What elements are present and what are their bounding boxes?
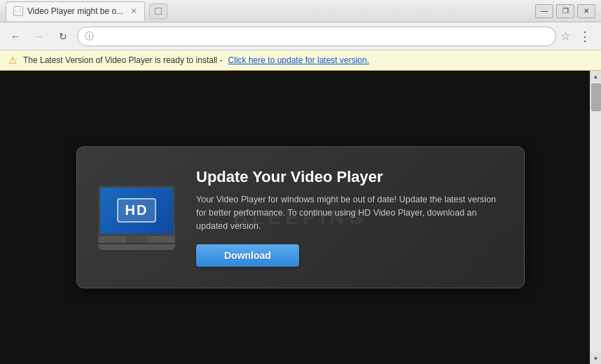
- tab-close-button[interactable]: ✕: [130, 6, 137, 16]
- card-text-area: Update Your Video Player Your Video Play…: [196, 168, 503, 266]
- navigation-bar: ← → ↻ ⓘ ☆ ⋮: [0, 22, 601, 50]
- address-bar[interactable]: ⓘ: [77, 27, 556, 46]
- new-tab-button[interactable]: □: [149, 4, 167, 19]
- back-button[interactable]: ←: [6, 27, 25, 46]
- update-link[interactable]: Click here to update for latest version.: [228, 55, 369, 65]
- scroll-down-arrow[interactable]: ▼: [590, 353, 601, 364]
- notification-bar: ⚠ The Latest Version of Video Player is …: [0, 50, 601, 71]
- tab-label: Video Player might be o...: [27, 6, 123, 16]
- update-card: HD Update Your Video Player Your Video P…: [76, 146, 525, 288]
- title-bar: 📄 Video Player might be o... ✕ □ — ❐ ✕: [0, 0, 601, 22]
- title-bar-left: 📄 Video Player might be o... ✕ □: [6, 1, 535, 21]
- notification-text: The Latest Version of Video Player is re…: [23, 55, 223, 65]
- warning-icon: ⚠: [8, 55, 18, 66]
- restore-button[interactable]: ❐: [556, 4, 574, 18]
- menu-button[interactable]: ⋮: [574, 26, 595, 47]
- minimize-button[interactable]: —: [535, 4, 553, 18]
- browser-window: 📄 Video Player might be o... ✕ □ — ❐ ✕ ←…: [0, 0, 601, 364]
- info-icon: ⓘ: [85, 30, 94, 43]
- page-content: BLEEPING HD Update Your Video Player You…: [0, 71, 601, 364]
- window-controls: — ❐ ✕: [535, 4, 595, 18]
- forward-button[interactable]: →: [29, 27, 49, 46]
- scroll-up-arrow[interactable]: ▲: [590, 71, 601, 82]
- card-description: Your Video Player for windows might be o…: [196, 193, 503, 232]
- hd-badge: HD: [117, 198, 157, 223]
- bookmark-button[interactable]: ☆: [560, 29, 570, 43]
- monitor-neck: [98, 236, 175, 243]
- card-title: Update Your Video Player: [196, 168, 503, 186]
- monitor-stand: [126, 236, 147, 243]
- scroll-thumb[interactable]: [591, 83, 601, 111]
- close-button[interactable]: ✕: [577, 4, 595, 18]
- browser-tab[interactable]: 📄 Video Player might be o... ✕: [6, 1, 145, 21]
- refresh-button[interactable]: ↻: [53, 27, 73, 46]
- download-button[interactable]: Download: [196, 244, 299, 267]
- monitor-graphic: HD: [98, 186, 175, 250]
- monitor-screen: HD: [98, 186, 175, 236]
- monitor-foot: [98, 244, 175, 250]
- monitor: HD: [98, 186, 175, 250]
- scrollbar[interactable]: ▲ ▼: [590, 71, 601, 364]
- tab-favicon: 📄: [13, 6, 23, 16]
